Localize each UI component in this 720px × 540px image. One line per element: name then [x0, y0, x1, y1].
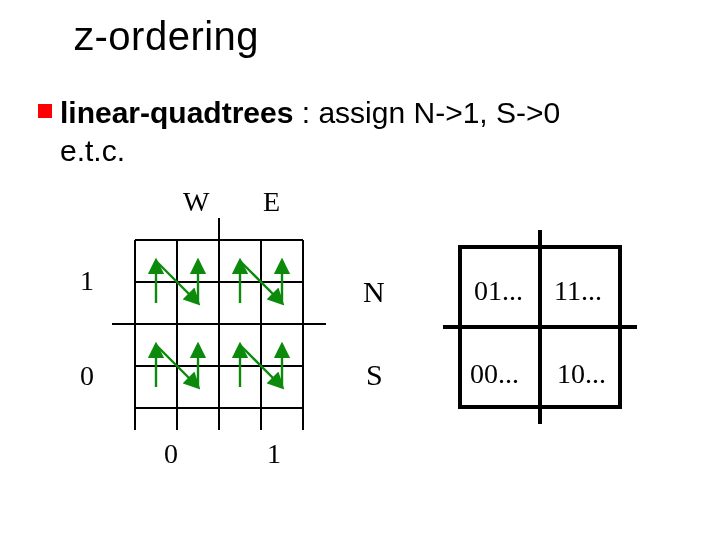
diagram-svg [0, 0, 720, 540]
left-grid [112, 218, 326, 430]
right-grid [443, 230, 637, 424]
